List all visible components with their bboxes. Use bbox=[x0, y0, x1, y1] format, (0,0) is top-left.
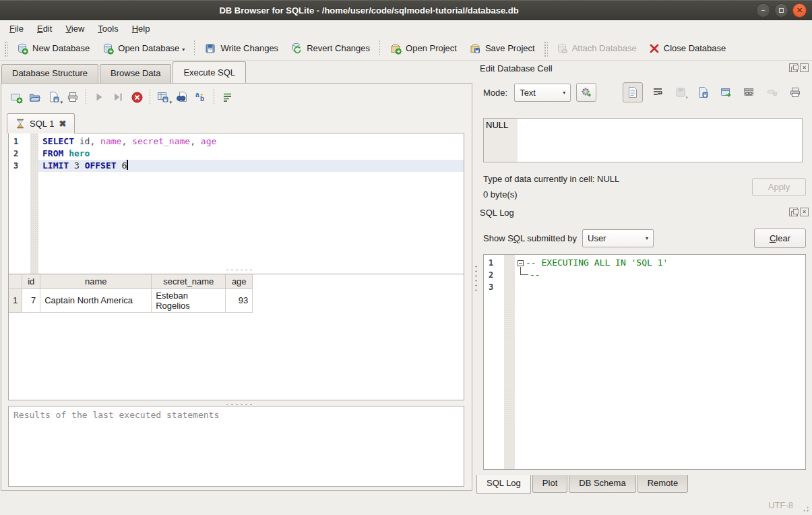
open-sql-file-icon[interactable] bbox=[26, 88, 44, 106]
menu-view[interactable]: View bbox=[59, 22, 91, 36]
code-line[interactable]: SELECT id, name, secret_name, age bbox=[38, 135, 464, 148]
execute-sql-pane: ▾ ▾ ab SQL 1 ✖ bbox=[1, 83, 472, 491]
word-wrap-icon[interactable] bbox=[649, 84, 666, 101]
menu-file[interactable]: File bbox=[3, 22, 30, 36]
open-database-dropdown-icon[interactable]: ▾ bbox=[182, 47, 185, 55]
toolbar-drag-handle[interactable] bbox=[543, 40, 548, 57]
open-project-button[interactable]: Open Project bbox=[383, 40, 463, 57]
tab-sql-log[interactable]: SQL Log bbox=[476, 475, 531, 494]
close-database-button[interactable]: Close Database bbox=[643, 40, 732, 57]
results-message-pane[interactable]: Results of the last executed statements bbox=[8, 406, 464, 487]
dock-splitter-handle[interactable] bbox=[474, 263, 477, 293]
export-results-dropdown-icon[interactable]: ▾ bbox=[169, 100, 172, 105]
tab-plot[interactable]: Plot bbox=[532, 475, 567, 493]
menu-bar: File Edit View Tools Help bbox=[0, 21, 812, 36]
word-wrap-icon[interactable] bbox=[218, 88, 237, 106]
toolbar-drag-handle[interactable] bbox=[3, 40, 8, 57]
open-external-icon[interactable] bbox=[718, 84, 735, 101]
mode-combobox[interactable]: Text ▾ bbox=[514, 84, 571, 102]
code-line[interactable]: FROM hero bbox=[38, 148, 464, 160]
menu-edit[interactable]: Edit bbox=[30, 22, 59, 36]
maximize-button[interactable] bbox=[774, 3, 788, 18]
close-dock-icon[interactable]: ✕ bbox=[800, 63, 809, 72]
execute-all-icon bbox=[90, 88, 108, 106]
float-dock-icon[interactable] bbox=[789, 63, 798, 72]
table-row: 1 7 Captain North America Esteban Rogeli… bbox=[9, 289, 253, 312]
new-sql-tab-icon[interactable] bbox=[7, 88, 26, 106]
window-controls: − ✕ bbox=[756, 3, 807, 18]
revert-changes-icon bbox=[290, 42, 303, 55]
cell-secret-name[interactable]: Esteban Rogelios bbox=[152, 289, 226, 312]
find-icon[interactable] bbox=[173, 88, 191, 106]
sql-log-code[interactable]: -- EXECUTING ALL IN 'SQL 1' -- bbox=[515, 255, 805, 469]
open-database-button[interactable]: Open Database ▾ bbox=[96, 40, 191, 57]
cell-editor-toolbar: ▾ bbox=[623, 82, 806, 102]
cell-name[interactable]: Captain North America bbox=[40, 289, 152, 312]
column-header-secret-name[interactable]: secret_name bbox=[152, 274, 226, 289]
results-placeholder: Results of the last executed statements bbox=[13, 410, 219, 420]
export-data-icon[interactable] bbox=[695, 84, 712, 101]
cell-age[interactable]: 93 bbox=[226, 289, 253, 312]
new-database-button[interactable]: New Database bbox=[10, 40, 96, 57]
format-sql-icon[interactable]: ab bbox=[191, 88, 210, 106]
save-project-button[interactable]: Save Project bbox=[463, 40, 541, 57]
line-number: 1 bbox=[484, 257, 504, 269]
stop-icon[interactable] bbox=[127, 88, 146, 106]
close-tab-icon[interactable]: ✖ bbox=[59, 119, 66, 129]
toolbar-separator bbox=[379, 40, 380, 57]
tab-remote[interactable]: Remote bbox=[637, 475, 689, 493]
submitted-by-combobox[interactable]: User ▾ bbox=[582, 229, 654, 247]
resize-grip[interactable] bbox=[801, 504, 810, 513]
row-header[interactable]: 1 bbox=[9, 289, 22, 312]
line-number: 1 bbox=[9, 135, 30, 148]
tab-browse-data[interactable]: Browse Data bbox=[100, 64, 171, 83]
tab-db-schema[interactable]: DB Schema bbox=[569, 475, 635, 493]
sql-log-view[interactable]: 1 2 3 -- EXECUTING ALL IN 'SQL 1' -- bbox=[483, 254, 806, 470]
save-sql-file-icon[interactable]: ▾ bbox=[44, 88, 63, 106]
cell-id[interactable]: 7 bbox=[22, 289, 40, 312]
column-header-id[interactable]: id bbox=[22, 274, 40, 289]
toolbar-separator bbox=[214, 89, 214, 105]
column-header-name[interactable]: name bbox=[40, 274, 152, 289]
float-dock-icon[interactable] bbox=[789, 208, 798, 216]
sql-editor-tab-bar: SQL 1 ✖ bbox=[7, 113, 75, 133]
main-tab-bar: Database Structure Browse Data Execute S… bbox=[1, 62, 247, 83]
column-header-age[interactable]: age bbox=[226, 274, 253, 289]
close-button[interactable]: ✕ bbox=[792, 3, 807, 18]
code-line[interactable]: LIMIT 3 OFFSET 6 bbox=[38, 160, 464, 172]
log-line: -- bbox=[515, 269, 805, 281]
text-mode-icon[interactable] bbox=[623, 82, 643, 102]
menu-help[interactable]: Help bbox=[125, 22, 157, 36]
splitter-handle[interactable] bbox=[224, 268, 253, 271]
revert-changes-button[interactable]: Revert Changes bbox=[284, 40, 376, 57]
print-icon[interactable] bbox=[786, 84, 803, 101]
close-dock-icon[interactable]: ✕ bbox=[800, 208, 809, 216]
cell-value: NULL bbox=[486, 120, 508, 130]
export-results-icon[interactable]: ▾ bbox=[154, 88, 173, 106]
cell-value-editor[interactable]: NULL bbox=[483, 118, 803, 162]
menu-tools[interactable]: Tools bbox=[91, 22, 125, 36]
clear-button[interactable]: Clear bbox=[754, 229, 806, 248]
svg-text:a: a bbox=[195, 91, 199, 98]
write-changes-button[interactable]: Write Changes bbox=[198, 40, 284, 57]
results-grid[interactable]: id name secret_name age 1 7 Captain Nort… bbox=[8, 274, 464, 400]
minimize-button[interactable]: − bbox=[756, 3, 770, 18]
link-icon[interactable] bbox=[741, 84, 757, 101]
encoding-indicator[interactable]: UTF-8 bbox=[768, 500, 793, 510]
set-null-icon bbox=[763, 84, 780, 101]
status-bar: UTF-8 bbox=[0, 497, 812, 515]
line-number: 3 bbox=[9, 160, 30, 172]
apply-button: Apply bbox=[752, 178, 806, 196]
sql-log-dock-title: SQL Log bbox=[480, 208, 514, 218]
cell-type-info: Type of data currently in cell: NULL bbox=[483, 174, 619, 184]
auto-switch-mode-button[interactable] bbox=[576, 83, 596, 102]
print-icon[interactable] bbox=[63, 88, 82, 106]
tab-database-structure[interactable]: Database Structure bbox=[1, 64, 98, 83]
title-bar[interactable]: DB Browser for SQLite - /home/user/code/… bbox=[0, 0, 812, 20]
text-cursor bbox=[127, 160, 128, 170]
fold-collapse-icon[interactable] bbox=[518, 260, 524, 266]
sql-editor-tab[interactable]: SQL 1 ✖ bbox=[7, 113, 75, 133]
save-sql-dropdown-icon[interactable]: ▾ bbox=[60, 100, 63, 105]
show-sql-label: Show SQL submitted by bbox=[483, 233, 577, 243]
tab-execute-sql[interactable]: Execute SQL bbox=[173, 61, 246, 83]
